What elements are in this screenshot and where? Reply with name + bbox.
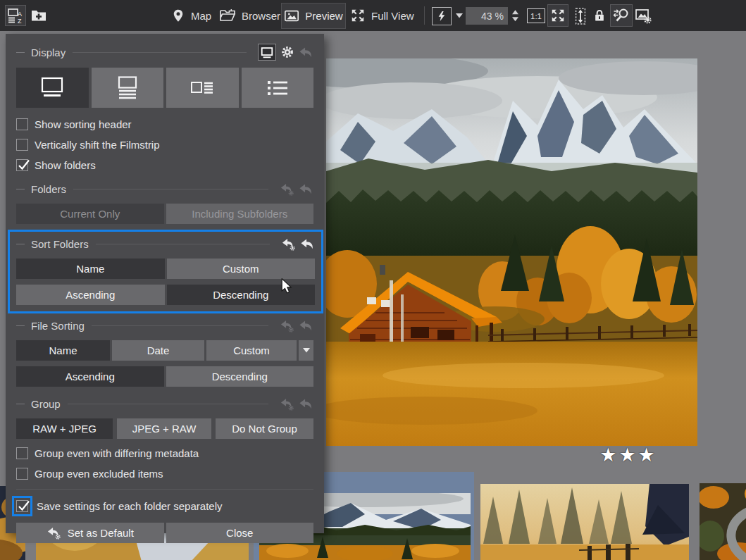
- close-button[interactable]: Close: [166, 523, 314, 543]
- file-sorting-custom-dropdown-button[interactable]: [299, 340, 313, 361]
- group-do-not-group-button[interactable]: Do Not Group: [216, 418, 313, 439]
- zoom-stepper[interactable]: [510, 7, 520, 25]
- folders-including-subfolders-button[interactable]: Including Subfolders: [166, 204, 314, 224]
- rating-stars[interactable]: ★★★: [583, 445, 673, 465]
- view-mode-filmstrip-icon: [113, 75, 142, 101]
- map-view-button[interactable]: Map: [171, 5, 211, 26]
- group-set-default-button[interactable]: [280, 397, 294, 411]
- group-excluded-items-checkbox[interactable]: Group even excluded items: [16, 467, 313, 480]
- monitor-icon: [260, 46, 274, 59]
- vertically-shift-filmstrip-checkbox[interactable]: Vertically shift the Filmstrip: [16, 138, 313, 151]
- vertically-shift-filmstrip-label: Vertically shift the Filmstrip: [35, 139, 160, 151]
- sort-folders-section-label: Sort Folders: [31, 238, 89, 250]
- sort-folders-section-header: Sort Folders: [16, 235, 315, 253]
- view-mode-details-button[interactable]: [166, 68, 239, 108]
- display-section-header: Display: [16, 43, 313, 61]
- folders-section-header: Folders: [16, 180, 313, 198]
- sort-folders-custom-button[interactable]: Custom: [167, 259, 316, 279]
- group-raw-jpeg-button[interactable]: RAW + JPEG: [16, 418, 113, 439]
- fit-height-icon: [573, 7, 588, 25]
- sort-folders-set-default-button[interactable]: [281, 237, 296, 251]
- app-window: ★★★: [0, 0, 746, 560]
- chevron-down-icon: [303, 348, 310, 353]
- add-folder-icon: [30, 7, 47, 24]
- stepper-up-icon: [512, 10, 518, 15]
- display-reset-button[interactable]: [299, 46, 313, 59]
- sort-folders-ascending-button[interactable]: Ascending: [16, 285, 165, 305]
- view-mode-filmstrip-button[interactable]: [92, 68, 164, 108]
- checkbox-box: [16, 139, 28, 151]
- save-settings-highlight-box: [12, 496, 32, 516]
- compare-magnifier-icon: [613, 7, 630, 24]
- checkbox-box: [16, 447, 28, 459]
- lock-zoom-button[interactable]: [592, 6, 607, 25]
- group-section-label: Group: [31, 398, 61, 410]
- image-gear-icon: [635, 7, 652, 24]
- preview-view-tab[interactable]: Preview: [281, 3, 346, 29]
- show-sorting-header-checkbox[interactable]: Show sorting header: [16, 118, 313, 130]
- show-folders-label: Show folders: [35, 159, 96, 171]
- filmstrip-thumbnail-aerial-road[interactable]: [700, 483, 746, 560]
- display-mode-toggle-button[interactable]: [258, 44, 276, 61]
- browser-icon: [219, 7, 236, 24]
- zoom-percent-input[interactable]: 43 %: [466, 7, 508, 25]
- set-as-default-button[interactable]: Set as Default: [16, 523, 164, 543]
- show-sorting-header-label: Show sorting header: [35, 118, 132, 130]
- file-sorting-date-button[interactable]: Date: [112, 340, 204, 361]
- file-sorting-set-default-button[interactable]: [280, 319, 294, 332]
- undo-icon: [300, 237, 315, 251]
- full-view-button[interactable]: Full View: [350, 5, 414, 26]
- undo-gear-icon: [280, 397, 294, 411]
- file-sorting-descending-button[interactable]: Descending: [166, 366, 314, 387]
- file-sorting-section-label: File Sorting: [31, 320, 85, 332]
- group-reset-button[interactable]: [299, 397, 313, 411]
- fit-to-screen-button[interactable]: [547, 4, 568, 27]
- save-settings-checkbox[interactable]: Save settings for each folder separately: [16, 495, 313, 516]
- preview-settings-button[interactable]: [634, 6, 652, 25]
- group-jpeg-raw-button[interactable]: JPEG + RAW: [117, 418, 211, 439]
- sort-folders-order-selector: Ascending Descending: [16, 285, 315, 305]
- sort-folders-descending-button[interactable]: Descending: [167, 285, 316, 305]
- undo-gear-icon: [280, 319, 294, 332]
- flash-dropdown-button[interactable]: [455, 12, 464, 19]
- display-settings-gear-button[interactable]: [280, 45, 294, 59]
- fit-height-button[interactable]: [572, 6, 589, 26]
- display-section-label: Display: [31, 46, 66, 58]
- sort-az-button[interactable]: A Z: [5, 5, 26, 26]
- file-sorting-custom-button[interactable]: Custom: [206, 340, 297, 361]
- undo-gear-icon: [280, 182, 294, 196]
- view-mode-selector: [16, 68, 313, 108]
- add-folder-button[interactable]: [30, 6, 48, 25]
- file-sorting-ascending-button[interactable]: Ascending: [16, 366, 164, 387]
- browser-view-button[interactable]: Browser: [219, 5, 280, 26]
- file-sorting-reset-button[interactable]: [299, 319, 313, 332]
- set-as-default-label: Set as Default: [68, 527, 134, 539]
- sort-folders-name-button[interactable]: Name: [16, 259, 165, 279]
- view-mode-list-button[interactable]: [242, 68, 314, 108]
- filmstrip-thumbnail-foggy-forest[interactable]: [480, 484, 689, 560]
- flash-icon: [436, 10, 447, 23]
- one-to-one-zoom-button[interactable]: 1:1: [527, 8, 545, 23]
- preview-icon: [284, 8, 299, 24]
- panel-footer-buttons: Set as Default Close: [16, 523, 313, 543]
- save-settings-label: Save settings for each folder separately: [37, 500, 222, 512]
- full-view-icon: [350, 8, 366, 23]
- file-sorting-section-header: File Sorting: [16, 316, 313, 335]
- group-differing-metadata-checkbox[interactable]: Group even with differing metadata: [16, 447, 313, 459]
- compare-zoom-button[interactable]: [610, 4, 633, 27]
- sort-folders-reset-button[interactable]: [300, 237, 315, 251]
- folders-reset-button[interactable]: [299, 182, 313, 196]
- group-mode-selector: RAW + JPEG JPEG + RAW Do Not Group: [16, 418, 313, 439]
- view-mode-preview-button[interactable]: [16, 68, 89, 108]
- folders-section-label: Folders: [31, 183, 66, 195]
- file-sorting-name-button[interactable]: Name: [16, 340, 110, 361]
- toolbar-separator: [424, 6, 425, 25]
- preview-photo[interactable]: [326, 58, 697, 446]
- folders-scope-selector: Current Only Including Subfolders: [16, 204, 313, 224]
- show-folders-checkbox[interactable]: Show folders: [16, 158, 313, 171]
- folders-current-only-button[interactable]: Current Only: [16, 204, 164, 224]
- checkbox-box: [16, 468, 28, 480]
- flash-preview-button[interactable]: [432, 7, 452, 25]
- folders-set-default-button[interactable]: [280, 182, 294, 196]
- view-mode-details-icon: [188, 75, 216, 101]
